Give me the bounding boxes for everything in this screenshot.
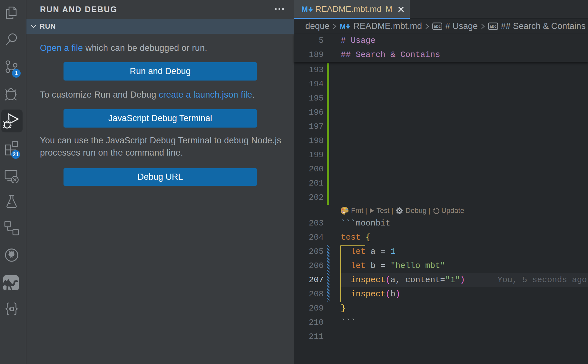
- svg-text:M: M: [301, 5, 308, 14]
- svg-text:M: M: [340, 23, 346, 31]
- svg-text:abc: abc: [489, 24, 496, 29]
- svg-text:abc: abc: [434, 24, 441, 29]
